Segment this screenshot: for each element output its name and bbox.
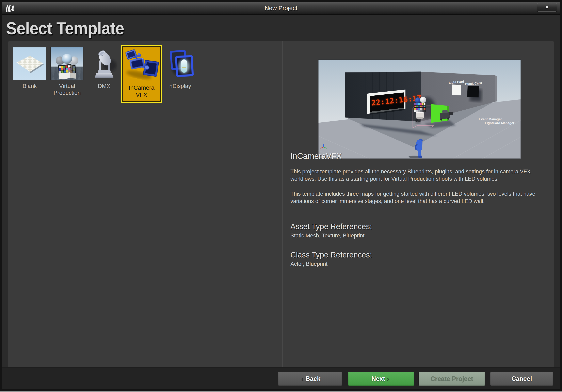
titlebar: New Project ×: [2, 2, 560, 15]
template-label: nDisplay: [166, 83, 194, 90]
back-chevron-icon: ‹: [300, 375, 306, 383]
template-preview-image: 22:12:16:17 22:12:16:17 Light Card Black…: [318, 59, 521, 159]
template-card-virtual-production[interactable]: Virtual Production: [50, 47, 84, 96]
back-button[interactable]: ‹ Back: [278, 372, 342, 386]
footer-bar: ‹ Back Next › Create Project Cancel: [2, 367, 560, 389]
cancel-button-label: Cancel: [511, 375, 532, 382]
template-label: DMX: [91, 83, 117, 90]
template-card-blank[interactable]: Blank: [13, 47, 46, 90]
template-label: Blank: [13, 83, 46, 90]
asset-type-references-heading: Asset Type References:: [290, 222, 539, 231]
content-panel: Blank: [8, 41, 554, 367]
close-button[interactable]: ×: [537, 3, 557, 12]
incamera-vfx-template-icon: [124, 48, 159, 83]
lightcard-manager-label: LightCard Manager: [485, 121, 515, 125]
window-bottom-edge: [0, 391, 562, 392]
next-button[interactable]: Next ›: [348, 372, 414, 386]
virtual-production-template-thumbnail: [50, 47, 83, 80]
template-description-1: This project template provides all the n…: [290, 168, 539, 182]
template-card-ndisplay[interactable]: nDisplay: [166, 47, 194, 90]
blank-template-thumbnail: [13, 47, 46, 80]
next-button-label: Next: [371, 375, 385, 382]
template-card-dmx[interactable]: DMX: [91, 47, 117, 90]
ndisplay-template-icon: [166, 47, 194, 80]
template-description-2: This template includes three maps for ge…: [290, 190, 539, 205]
window-title: New Project: [2, 2, 560, 15]
next-chevron-icon: ›: [385, 375, 391, 383]
class-type-references-list: Actor, Blueprint: [290, 261, 539, 267]
panel-divider: [282, 41, 282, 367]
template-label: InCamera VFX: [122, 84, 161, 98]
template-card-incamera-vfx[interactable]: InCamera VFX: [121, 45, 162, 103]
event-manager-label: Event Manager: [479, 118, 502, 121]
cancel-button[interactable]: Cancel: [490, 372, 553, 386]
template-label: Virtual Production: [50, 83, 84, 96]
description-panel: InCameraVFX This project template provid…: [290, 152, 539, 267]
page-title: Select Template: [6, 18, 124, 38]
asset-type-references-list: Static Mesh, Texture, Blueprint: [290, 233, 539, 239]
new-project-dialog: New Project × Select Template: [0, 0, 562, 392]
window-body: Select Template: [2, 15, 560, 389]
template-title: InCameraVFX: [290, 152, 539, 161]
create-project-button[interactable]: Create Project: [418, 372, 485, 386]
class-type-references-heading: Class Type References:: [290, 250, 539, 259]
dmx-template-icon: [91, 47, 117, 80]
create-project-button-label: Create Project: [431, 375, 473, 382]
incamera-vfx-preview-scene: 22:12:16:17 22:12:16:17 Light Card Black…: [318, 59, 521, 159]
back-button-label: Back: [305, 375, 320, 382]
